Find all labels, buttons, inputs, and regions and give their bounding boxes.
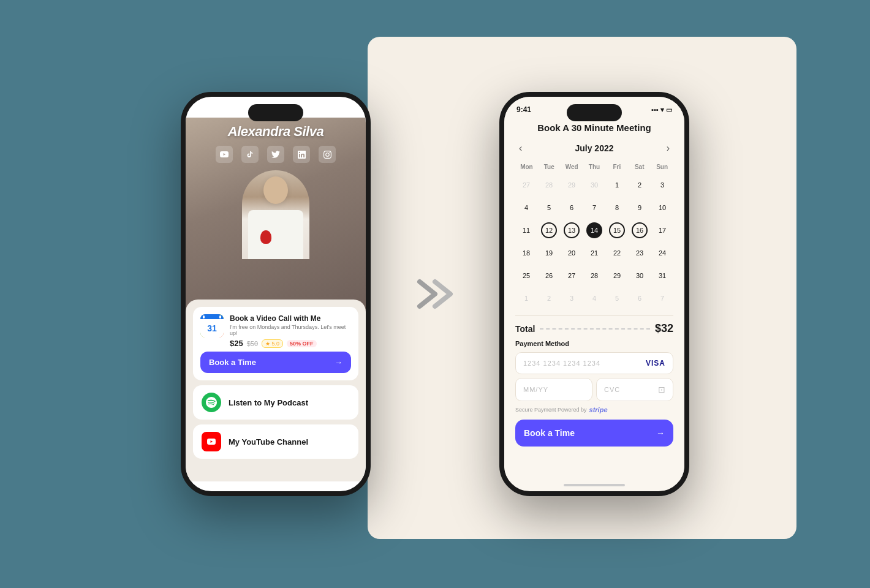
youtube-label: My YouTube Channel — [229, 437, 308, 447]
dynamic-island-2 — [567, 104, 622, 121]
arrow-right-icon: → — [335, 358, 342, 367]
day-header-fri: Fri — [605, 162, 628, 172]
cal-cell-12[interactable]: 12 — [538, 219, 560, 241]
cal-cell-1[interactable]: 1 — [606, 174, 628, 196]
cal-cell-4[interactable]: 4 — [515, 197, 537, 219]
price-current: $25 — [230, 339, 243, 348]
stripe-secure-text: Secure Payment Powered by — [515, 407, 587, 413]
cal-cell-28[interactable]: 28 — [538, 174, 560, 196]
visa-icon: VISA — [646, 359, 665, 368]
social-icons-row — [216, 146, 336, 163]
cal-cell-29b[interactable]: 29 — [606, 265, 628, 287]
cvc-placeholder: CVC — [604, 386, 620, 393]
day-header-wed: Wed — [561, 162, 583, 172]
total-label: Total — [515, 324, 535, 334]
cal-cell-17[interactable]: 17 — [651, 219, 673, 241]
cal-cell-22[interactable]: 22 — [606, 242, 628, 264]
cal-cell-n6[interactable]: 6 — [629, 287, 651, 309]
discount-badge: 50% OFF — [287, 340, 317, 347]
youtube-channel-icon — [202, 432, 221, 451]
cal-cell-11[interactable]: 11 — [515, 219, 537, 241]
booking-card-title: Book a Video Call with Me — [230, 314, 351, 323]
transition-arrow — [407, 276, 463, 312]
day-header-tue: Tue — [538, 162, 561, 172]
phone2-content: Book A 30 Minute Meeting ‹ July 2022 › M… — [504, 118, 684, 481]
cal-cell-30[interactable]: 30 — [583, 174, 605, 196]
calendar-day-number: 31 — [200, 319, 224, 337]
phone1-content: Alexandra Silva — [186, 118, 366, 481]
youtube-social-icon[interactable] — [216, 146, 233, 163]
cal-cell-5[interactable]: 5 — [538, 197, 560, 219]
cal-cell-16[interactable]: 16 — [629, 219, 651, 241]
total-price: $32 — [655, 322, 673, 335]
arrow-right-icon-2: → — [656, 428, 665, 438]
cal-cell-27[interactable]: 27 — [515, 174, 537, 196]
phone-booking: 9:41 ▪▪▪ ▾ ▭ Book A 30 Minute Meeting ‹ … — [499, 92, 689, 496]
cal-cell-23[interactable]: 23 — [629, 242, 651, 264]
cal-cell-n7[interactable]: 7 — [651, 287, 673, 309]
cal-cell-6[interactable]: 6 — [561, 197, 583, 219]
calendar-nav: ‹ July 2022 › — [515, 141, 673, 155]
instagram-social-icon[interactable] — [319, 146, 336, 163]
cal-cell-15[interactable]: 15 — [606, 219, 628, 241]
twitter-social-icon[interactable] — [267, 146, 284, 163]
card-chip-icon: ⊡ — [658, 385, 665, 394]
cal-cell-n2[interactable]: 2 — [538, 287, 560, 309]
cal-cell-9[interactable]: 9 — [629, 197, 651, 219]
profile-name: Alexandra Silva — [228, 124, 323, 140]
cal-cell-2[interactable]: 2 — [629, 174, 651, 196]
linkedin-social-icon[interactable] — [293, 146, 310, 163]
cal-cell-7[interactable]: 7 — [583, 197, 605, 219]
cal-cell-30b[interactable]: 30 — [629, 265, 651, 287]
total-row: Total $32 — [515, 315, 673, 335]
cal-cell-26[interactable]: 26 — [538, 265, 560, 287]
book-time-label-2: Book a Time — [524, 428, 575, 438]
book-time-label: Book a Time — [209, 358, 256, 367]
cal-cell-25[interactable]: 25 — [515, 265, 537, 287]
cal-cell-13[interactable]: 13 — [561, 219, 583, 241]
cal-cell-21[interactable]: 21 — [583, 242, 605, 264]
wifi-icon-2: ▾ — [660, 106, 664, 114]
cal-cell-19[interactable]: 19 — [538, 242, 560, 264]
tiktok-social-icon[interactable] — [241, 146, 259, 163]
card-expiry-cvc-row: MM/YY CVC ⊡ — [515, 378, 673, 401]
cvc-input[interactable]: CVC ⊡ — [596, 378, 673, 401]
booking-info: Book a Video Call with Me I'm free on Mo… — [230, 314, 351, 348]
cal-cell-27b[interactable]: 27 — [561, 265, 583, 287]
cal-cell-24[interactable]: 24 — [651, 242, 673, 264]
calendar-month: July 2022 — [575, 143, 613, 153]
cal-cell-n1[interactable]: 1 — [515, 287, 537, 309]
signal-2: ▪▪▪ ▾ ▭ — [651, 106, 672, 114]
card-number-input[interactable]: 1234 1234 1234 1234 VISA — [515, 352, 673, 374]
cal-cell-18[interactable]: 18 — [515, 242, 537, 264]
prev-month-button[interactable]: ‹ — [515, 141, 526, 155]
cal-cell-n3[interactable]: 3 — [561, 287, 583, 309]
cal-cell-31[interactable]: 31 — [651, 265, 673, 287]
cal-cell-3[interactable]: 3 — [651, 174, 673, 196]
next-month-button[interactable]: › — [663, 141, 673, 155]
cal-cell-8[interactable]: 8 — [606, 197, 628, 219]
signal-bars-2: ▪▪▪ — [651, 106, 659, 113]
day-header-mon: Mon — [515, 162, 538, 172]
time-2: 9:41 — [516, 105, 531, 114]
book-time-button[interactable]: Book a Time → — [200, 352, 351, 373]
cal-cell-14-selected[interactable]: 14 — [583, 219, 605, 241]
cal-cell-20[interactable]: 20 — [561, 242, 583, 264]
booking-card: 31 Book a Video Call with Me I'm free on… — [193, 307, 358, 380]
cal-cell-n5[interactable]: 5 — [606, 287, 628, 309]
cal-cell-28b[interactable]: 28 — [583, 265, 605, 287]
cal-cell-29[interactable]: 29 — [561, 174, 583, 196]
expiry-input[interactable]: MM/YY — [515, 378, 592, 401]
signal-bars-1: ▪▪▪▪ — [330, 106, 340, 113]
podcast-card[interactable]: Listen to My Podcast — [193, 385, 358, 420]
cal-cell-n4[interactable]: 4 — [583, 287, 605, 309]
booking-card-top: 31 Book a Video Call with Me I'm free on… — [200, 314, 351, 348]
phone-profile: 9:41 ▪▪▪▪ ▾ ▭ Alexandra Silva — [181, 92, 371, 496]
battery-icon-2: ▭ — [666, 106, 672, 114]
signal-1: ▪▪▪▪ ▾ ▭ — [330, 106, 354, 114]
stripe-row: Secure Payment Powered by stripe — [515, 406, 673, 413]
profile-cards-section: 31 Book a Video Call with Me I'm free on… — [186, 300, 366, 481]
youtube-card[interactable]: My YouTube Channel — [193, 424, 358, 459]
book-time-button-2[interactable]: Book a Time → — [515, 420, 673, 447]
cal-cell-10[interactable]: 10 — [651, 197, 673, 219]
